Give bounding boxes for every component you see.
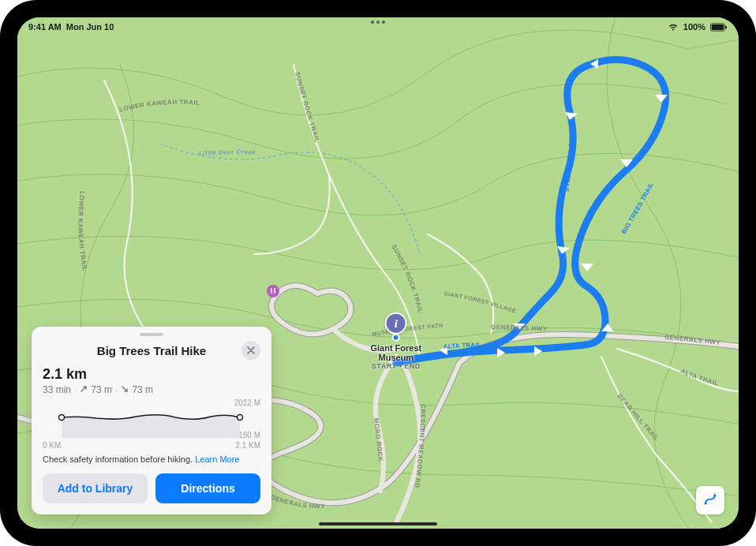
svg-rect-34 xyxy=(271,292,272,294)
info-icon: i xyxy=(385,312,407,335)
safety-notice: Check safety information before hiking. … xyxy=(43,454,260,464)
restroom-icon[interactable] xyxy=(267,285,279,297)
learn-more-link[interactable]: Learn More xyxy=(195,454,239,464)
card-grabber[interactable] xyxy=(140,333,163,336)
screen: 9:41 AM Mon Jun 10 100% xyxy=(17,17,739,529)
add-to-library-button[interactable]: Add to Library xyxy=(43,473,148,503)
battery-icon xyxy=(710,23,728,32)
wifi-icon xyxy=(668,23,679,32)
poi-giant-forest-museum[interactable]: i Giant ForestMuseum START • END xyxy=(370,312,421,370)
svg-point-38 xyxy=(59,415,65,421)
status-date: Mon Jun 10 xyxy=(66,22,114,32)
svg-rect-2 xyxy=(725,25,727,28)
close-button[interactable] xyxy=(241,341,260,360)
trail-meta: 33 min · 73 m · 73 m xyxy=(43,384,260,395)
svg-rect-37 xyxy=(275,292,275,294)
poi-subtitle: START • END xyxy=(372,362,421,370)
elevation-up-icon xyxy=(80,384,88,395)
trail-distance: 2.1 km xyxy=(43,366,260,383)
status-time: 9:41 AM xyxy=(28,22,62,32)
elevation-chart: 2012 M 1190 M xyxy=(43,400,260,438)
svg-marker-36 xyxy=(274,290,275,292)
svg-rect-1 xyxy=(712,24,724,30)
map-route-mode-button[interactable] xyxy=(696,486,724,514)
svg-point-41 xyxy=(705,502,707,504)
home-indicator[interactable] xyxy=(319,522,437,525)
battery-percent: 100% xyxy=(683,22,705,32)
elevation-down-icon xyxy=(121,384,129,395)
card-title: Big Trees Trail Hike xyxy=(62,344,241,357)
svg-point-32 xyxy=(271,288,272,290)
trail-info-card: Big Trees Trail Hike 2.1 km 33 min · 73 … xyxy=(32,327,271,514)
route-start-end-dot xyxy=(392,334,400,342)
ipad-device-frame: 9:41 AM Mon Jun 10 100% xyxy=(0,0,756,546)
svg-point-39 xyxy=(238,415,243,421)
elevation-up: 73 m xyxy=(91,384,112,395)
km-axis: 0 KM2.1 KM xyxy=(43,441,260,450)
directions-button[interactable]: Directions xyxy=(155,473,260,503)
svg-rect-33 xyxy=(271,290,272,292)
duration: 33 min xyxy=(43,384,71,395)
route-icon xyxy=(702,491,718,510)
svg-marker-40 xyxy=(713,493,717,496)
poi-title: Giant ForestMuseum xyxy=(370,343,421,362)
multitask-dots[interactable] xyxy=(371,21,385,24)
elevation-down: 73 m xyxy=(132,384,153,395)
svg-point-35 xyxy=(274,288,275,290)
